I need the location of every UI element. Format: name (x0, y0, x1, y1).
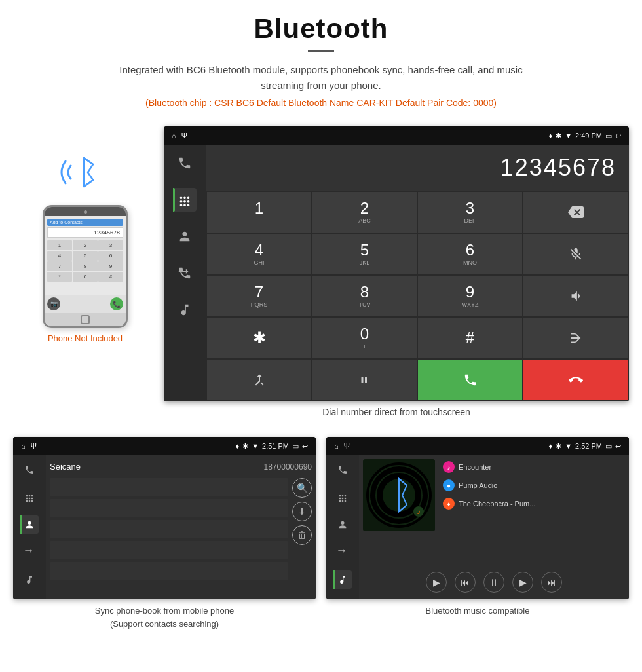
contacts-sidebar-music[interactable] (20, 570, 39, 589)
key-0[interactable]: 0 + (312, 318, 417, 358)
music-status-left: ⌂ Ψ (334, 442, 350, 450)
phone-top-bar (45, 207, 126, 216)
key-3[interactable]: 3 DEF (418, 192, 522, 233)
phone-key-0[interactable]: 0 (73, 272, 98, 282)
phone-key-7[interactable]: 7 (47, 261, 72, 271)
contacts-usb-icon: Ψ (31, 442, 37, 450)
contacts-sidebar-phone[interactable] (20, 460, 39, 479)
search-contacts-btn[interactable]: 🔍 (292, 478, 312, 498)
sidebar-contacts[interactable] (173, 225, 197, 248)
key-transfer[interactable] (523, 318, 628, 358)
phone-key-1[interactable]: 1 (47, 240, 72, 250)
key-1-number: 1 (255, 200, 263, 216)
phone-key-hash[interactable]: # (98, 272, 123, 282)
main-content: Add to Contacts 12345678 1 2 3 4 5 6 7 8… (0, 126, 642, 630)
phone-key-2[interactable]: 2 (73, 240, 98, 250)
phone-key-5[interactable]: 5 (73, 251, 98, 261)
key-hash[interactable]: # (418, 318, 522, 358)
music-sidebar-forward[interactable] (333, 543, 352, 561)
key-6[interactable]: 6 MNO (418, 234, 522, 274)
sidebar-call-forward[interactable] (173, 261, 197, 285)
music-sidebar-contacts[interactable] (333, 515, 352, 534)
key-merge[interactable] (207, 360, 311, 400)
bluetooth-status-icon: ✱ (556, 132, 561, 140)
key-volume[interactable] (523, 276, 628, 316)
contacts-sidebar (13, 455, 46, 599)
key-mute[interactable] (523, 234, 628, 274)
pause-btn[interactable]: ⏸ (483, 572, 504, 593)
title-underline (308, 50, 334, 52)
phone-bottom-row: 📷 📞 (45, 295, 126, 313)
phone-home-button[interactable] (81, 315, 90, 324)
contacts-sidebar-dialpad[interactable] (20, 488, 39, 506)
key-8-letters: TUV (359, 301, 371, 308)
music-sidebar-phone[interactable] (333, 460, 352, 479)
music-sidebar-music[interactable] (333, 570, 352, 589)
key-star[interactable]: ✱ (207, 318, 311, 358)
contact-row-5 (50, 562, 288, 580)
download-contacts-btn[interactable]: ⬇ (292, 502, 312, 521)
key-5[interactable]: 5 JKL (312, 234, 417, 274)
key-1[interactable]: 1 (207, 192, 311, 233)
music-sidebar-dialpad[interactable] (333, 488, 352, 506)
next-btn-small[interactable]: ▶ (512, 572, 533, 593)
track-list: ♪ Encounter ● Pump Audio ♦ The Cheebacra… (440, 459, 625, 567)
phone-home-bar (45, 313, 126, 326)
contacts-caption: Sync phone-book from mobile phone(Suppor… (13, 605, 316, 630)
contacts-list (50, 478, 288, 595)
music-screen-wrap: ⌂ Ψ ♦ ✱ ▼ 2:52 PM ▭ ↩ (326, 437, 629, 630)
phone-key-6[interactable]: 6 (98, 251, 123, 261)
music-layout: ♪ ♪ Encounter ● (326, 455, 629, 599)
key-9[interactable]: 9 WXYZ (418, 276, 522, 316)
phone-number-display: 12345678 (47, 227, 123, 238)
contacts-content: 🔍 ⬇ 🗑 (50, 478, 312, 595)
phone-not-included-label: Phone Not Included (48, 333, 123, 343)
contacts-sidebar-contacts[interactable] (20, 515, 39, 534)
phone-key-8[interactable]: 8 (73, 261, 98, 271)
sidebar-phone-link[interactable] (173, 151, 197, 175)
key-call-green[interactable] (418, 360, 522, 400)
page-header: Bluetooth Integrated with BC6 Bluetooth … (0, 0, 642, 126)
contacts-back-icon: ↩ (302, 442, 308, 451)
key-6-letters: MNO (463, 259, 477, 266)
skip-btn[interactable]: ⏭ (541, 572, 562, 593)
contacts-status-right: ♦ ✱ ▼ 2:51 PM ▭ ↩ (236, 442, 308, 451)
sidebar-dialpad[interactable] (173, 188, 197, 212)
bluetooth-icon (59, 146, 111, 198)
music-sidebar (326, 455, 359, 599)
contacts-sidebar-forward[interactable] (20, 543, 39, 561)
track-2-icon: ● (443, 479, 455, 491)
keypad-grid: 1 2 ABC 3 DEF (206, 191, 629, 401)
phone-key-4[interactable]: 4 (47, 251, 72, 261)
bottom-section: ⌂ Ψ ♦ ✱ ▼ 2:51 PM ▭ ↩ (13, 437, 629, 630)
music-home-icon: ⌂ (334, 442, 339, 450)
svg-line-1 (84, 180, 93, 187)
mute-icon (569, 247, 583, 261)
prev-btn[interactable]: ⏮ (455, 572, 476, 593)
svg-line-0 (84, 158, 93, 164)
contact-name: Seicane (50, 462, 81, 472)
phone-video-btn[interactable]: 📷 (47, 297, 60, 310)
key-4[interactable]: 4 GHI (207, 234, 311, 274)
phone-key-9[interactable]: 9 (98, 261, 123, 271)
bluetooth-symbol (59, 146, 111, 198)
key-hold[interactable] (312, 360, 417, 400)
sidebar-music[interactable] (173, 298, 197, 322)
phone-keypad: 1 2 3 4 5 6 7 8 9 * 0 # (47, 240, 123, 282)
phone-key-star[interactable]: * (47, 272, 72, 282)
key-9-letters: WXYZ (462, 301, 479, 308)
key-call-red[interactable] (523, 360, 628, 400)
phone-app-bar: Add to Contacts (47, 219, 123, 226)
key-backspace[interactable] (523, 192, 628, 233)
contact-row-1 (50, 478, 288, 496)
key-8[interactable]: 8 TUV (312, 276, 417, 316)
delete-contacts-btn[interactable]: 🗑 (292, 525, 312, 545)
play-pause-btn[interactable]: ▶ (426, 572, 447, 593)
key-7-number: 7 (255, 284, 263, 300)
track-3-icon: ♦ (443, 498, 455, 510)
phone-call-button[interactable]: 📞 (110, 297, 123, 310)
key-8-number: 8 (360, 284, 369, 300)
phone-key-3[interactable]: 3 (98, 240, 123, 250)
key-2[interactable]: 2 ABC (312, 192, 417, 233)
key-7[interactable]: 7 PQRS (207, 276, 311, 316)
